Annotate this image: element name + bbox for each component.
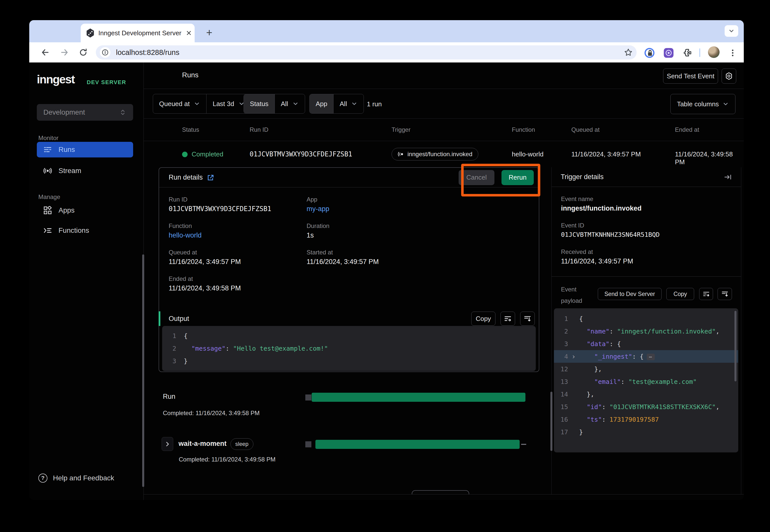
app-filter-label: App xyxy=(310,94,333,113)
back-arrow-icon xyxy=(41,48,50,57)
forward-arrow-icon xyxy=(60,48,69,57)
run-details-header: Run details Cancel Rerun xyxy=(159,168,539,187)
run-details-title: Run details xyxy=(169,174,203,181)
run-details-column: Run details Cancel Rerun Run ID 01JCVBTM… xyxy=(144,167,552,494)
output-wrap-text-button[interactable] xyxy=(500,312,515,326)
run-completed-text: Completed: 11/16/2024, 3:49:58 PM xyxy=(163,410,260,417)
column-header-trigger: Trigger xyxy=(392,126,410,133)
chevron-down-icon xyxy=(722,101,729,107)
status-filter-label: Status xyxy=(244,94,275,113)
sidebar-item-label: Runs xyxy=(58,146,75,154)
external-link-icon[interactable] xyxy=(207,174,214,181)
table-columns-label: Table columns xyxy=(677,100,719,108)
inngest-app: inngest DEV SERVER Development Monitor R… xyxy=(29,62,744,500)
sidebar-item-stream[interactable]: Stream xyxy=(37,163,133,179)
app-label-text: App xyxy=(316,100,327,108)
step-type-badge: sleep xyxy=(231,438,254,450)
inngest-favicon-icon xyxy=(86,28,94,38)
event-payload-code-block[interactable]: 1{2"name": "inngest/function.invoked",3"… xyxy=(554,308,738,452)
step-completed-text: Completed: 11/16/2024, 3:49:58 PM xyxy=(179,456,276,463)
sidebar-item-label: Stream xyxy=(58,167,81,175)
column-header-queued-at: Queued at xyxy=(571,126,600,133)
table-row[interactable]: Completed 01JCVBTMV3WXY9D3CFDEJFZSB1 inn… xyxy=(144,141,744,167)
payload-wrap-text-button[interactable] xyxy=(699,288,713,300)
chevron-up-down-icon xyxy=(119,109,126,116)
time-field-dropdown[interactable]: Queued at xyxy=(153,94,206,113)
page-title: Runs xyxy=(182,71,199,79)
cancel-button[interactable]: Cancel xyxy=(459,170,494,185)
site-info-icon[interactable] xyxy=(100,47,110,58)
event-id-label: Event ID xyxy=(561,222,584,229)
apps-grid-icon xyxy=(43,206,52,215)
sidebar-item-functions[interactable]: Functions xyxy=(37,223,133,238)
browser-menu-icon[interactable] xyxy=(727,47,739,59)
runs-list-icon xyxy=(43,145,52,154)
column-header-function: Function xyxy=(512,126,535,133)
step-expand-button[interactable] xyxy=(161,437,173,451)
output-copy-button[interactable]: Copy xyxy=(471,312,495,326)
timeline-run-label: Run xyxy=(163,393,175,401)
address-bar[interactable]: localhost:8288/runs xyxy=(96,45,637,59)
table-columns-button[interactable]: Table columns xyxy=(670,94,735,114)
field-value-app-link[interactable]: my-app xyxy=(307,205,329,213)
output-code-block[interactable]: 1{2"message": "Hello test@example.com!"3… xyxy=(162,326,536,371)
run-timeline-bar[interactable] xyxy=(312,393,525,402)
send-to-dev-server-button[interactable]: Send to Dev Server xyxy=(598,288,662,300)
forward-button[interactable] xyxy=(58,46,70,58)
event-id-value: 01JCVBTMTKNHNHZ3SN64R51BQD xyxy=(561,231,660,238)
rerun-button[interactable]: Rerun xyxy=(501,170,534,185)
sidebar-scrollbar[interactable] xyxy=(142,254,144,487)
code-line: 1{ xyxy=(162,329,536,342)
payload-copy-button[interactable]: Copy xyxy=(666,288,694,300)
extensions-puzzle-icon[interactable] xyxy=(681,47,693,59)
new-tab-button[interactable]: + xyxy=(203,26,216,39)
tab-search-button[interactable] xyxy=(725,25,738,37)
bookmark-star-icon[interactable] xyxy=(624,48,633,57)
sidebar-item-runs[interactable]: Runs xyxy=(37,142,133,157)
code-line: 3"data": { xyxy=(554,338,738,350)
row-function: hello-world xyxy=(512,150,543,158)
details-scrollbar[interactable] xyxy=(550,392,552,451)
tab-close-icon[interactable] xyxy=(185,30,192,36)
send-test-event-button[interactable]: Send Test Event xyxy=(663,69,718,84)
app-filter-dropdown[interactable]: All xyxy=(333,94,364,113)
row-trigger-name: inngest/function.invoked xyxy=(407,151,472,158)
scroll-to-bottom-icon xyxy=(524,315,531,322)
output-scroll-bottom-button[interactable] xyxy=(520,312,535,326)
sidebar-item-apps[interactable]: Apps xyxy=(37,203,133,218)
status-filter-dropdown[interactable]: All xyxy=(275,94,305,113)
run-count: 1 run xyxy=(367,100,382,108)
environment-select-value: Development xyxy=(43,108,85,116)
browser-tab[interactable]: Inngest Development Server xyxy=(81,24,195,42)
settings-button[interactable] xyxy=(722,69,736,84)
manage-section-label: Manage xyxy=(38,193,60,201)
sidebar-item-label: Apps xyxy=(58,206,75,214)
environment-select[interactable]: Development xyxy=(37,104,133,121)
url-text[interactable]: localhost:8288/runs xyxy=(116,48,624,57)
payload-scroll-bottom-button[interactable] xyxy=(718,288,732,300)
help-and-feedback[interactable]: ? Help and Feedback xyxy=(38,474,114,483)
field-value-function-link[interactable]: hello-world xyxy=(169,231,202,239)
profile-avatar[interactable] xyxy=(708,46,720,58)
payload-scrollbar[interactable] xyxy=(734,311,736,381)
send-test-event-label: Send Test Event xyxy=(667,72,715,80)
code-line: 13"email": "test@example.com" xyxy=(554,375,738,388)
chevron-down-icon xyxy=(351,101,358,107)
load-more-button-partial[interactable] xyxy=(412,490,469,494)
column-header-run-id: Run ID xyxy=(250,126,269,133)
toolbar-divider xyxy=(699,48,700,57)
password-manager-extension-icon[interactable] xyxy=(644,47,656,59)
reload-button[interactable] xyxy=(77,46,89,58)
expand-line-icon[interactable]: › xyxy=(568,352,579,361)
purple-extension-icon[interactable] xyxy=(663,47,675,59)
step-timeline-bar[interactable] xyxy=(315,440,520,449)
back-button[interactable] xyxy=(39,46,51,58)
event-name-label: Event name xyxy=(561,195,593,203)
column-header-ended-at: Ended at xyxy=(675,126,699,133)
code-line: 16"ts": 1731790197587 xyxy=(554,413,738,426)
chevron-down-icon xyxy=(194,101,200,107)
collapse-panel-icon[interactable] xyxy=(724,173,732,181)
code-line: 12}, xyxy=(554,363,738,375)
field-value-started-at: 11/16/2024, 3:49:57 PM xyxy=(307,258,379,266)
code-line: 3} xyxy=(162,355,536,367)
